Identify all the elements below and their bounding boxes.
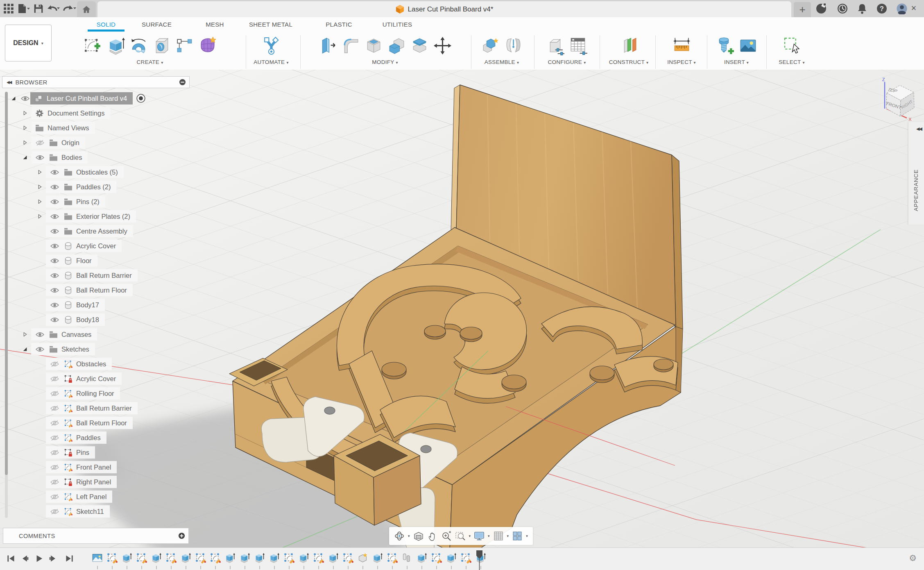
extrude-icon[interactable] xyxy=(106,36,125,55)
expander-collapsed-icon[interactable] xyxy=(34,184,46,190)
visibility-eye-off-icon[interactable] xyxy=(34,140,45,146)
tree-row[interactable]: Left Panel xyxy=(0,489,112,504)
timeline-feature-joint-icon[interactable] xyxy=(401,552,412,563)
minimize-panel-icon[interactable] xyxy=(179,79,186,86)
configuration-table-icon[interactable] xyxy=(569,36,588,55)
tree-item-label[interactable]: Paddles xyxy=(46,431,106,444)
timeline-playhead[interactable] xyxy=(476,550,483,570)
tree-item-label[interactable]: Acrylic Cover xyxy=(46,372,122,385)
tree-item-label[interactable]: Pins (2) xyxy=(46,195,105,208)
tree-item-label[interactable]: Obsticales (5) xyxy=(46,166,124,178)
profile-avatar[interactable] xyxy=(896,3,908,14)
timeline-feature-extrude-icon[interactable] xyxy=(239,552,250,563)
timeline-feature-extrude-icon[interactable] xyxy=(446,552,457,563)
tab-surface[interactable]: SURFACE xyxy=(135,19,178,30)
skip-start-icon[interactable] xyxy=(6,553,16,564)
expander-expanded-icon[interactable] xyxy=(7,95,20,101)
tree-item-label[interactable]: Floor xyxy=(46,254,97,267)
tree-row[interactable]: Floor xyxy=(0,253,97,268)
chevron-down-icon[interactable]: ▾ xyxy=(488,534,490,538)
visibility-eye-off-icon[interactable] xyxy=(49,464,60,470)
tree-item-label[interactable]: Named Views xyxy=(31,122,95,134)
tree-item-label[interactable]: Obstacles xyxy=(46,358,112,370)
timeline-feature-sketch-icon[interactable] xyxy=(387,552,398,563)
visibility-eye-icon[interactable] xyxy=(49,169,60,175)
tree-row[interactable]: Body17 xyxy=(0,297,105,312)
notifications-icon[interactable] xyxy=(856,3,868,14)
tree-item-label[interactable]: Centre Assembly xyxy=(46,225,133,237)
timeline-feature-component-icon[interactable] xyxy=(357,552,368,563)
tree-item-label[interactable]: Ball Return Floor xyxy=(46,417,133,429)
orbit-icon[interactable] xyxy=(393,530,405,542)
tree-row-root[interactable]: Laser Cut Pinball Board v4 xyxy=(0,91,146,106)
play-icon[interactable] xyxy=(34,553,44,564)
tab-plastic[interactable]: PLASTIC xyxy=(317,19,360,30)
group-menu-modify[interactable]: MODIFY ▾ xyxy=(372,59,398,65)
timeline-feature-extrude-icon[interactable] xyxy=(416,552,427,563)
tree-row[interactable]: Ball Return Barrier xyxy=(0,268,138,283)
insert-fastener-icon[interactable] xyxy=(716,36,735,55)
tree-row[interactable]: Named Views xyxy=(0,120,95,135)
step-forward-icon[interactable] xyxy=(48,553,58,564)
visibility-eye-icon[interactable] xyxy=(34,332,45,338)
press-pull-icon[interactable] xyxy=(318,36,337,55)
visibility-eye-icon[interactable] xyxy=(49,258,60,264)
visibility-eye-off-icon[interactable] xyxy=(49,420,60,426)
document-tab[interactable]: Laser Cut Pinball Board v4* xyxy=(97,1,791,17)
tree-row[interactable]: Centre Assembly xyxy=(0,224,133,238)
visibility-eye-off-icon[interactable] xyxy=(49,376,60,382)
expand-panel-icon[interactable]: ◀◀ xyxy=(916,126,922,132)
tree-row[interactable]: Sketches xyxy=(0,342,95,357)
expander-collapsed-icon[interactable] xyxy=(34,213,46,219)
tree-item-label[interactable]: Ball Return Floor xyxy=(46,284,133,296)
tree-row[interactable]: Paddles xyxy=(0,430,106,445)
tree-row[interactable]: Body18 xyxy=(0,312,105,327)
expander-collapsed-icon[interactable] xyxy=(19,110,31,116)
visibility-eye-icon[interactable] xyxy=(49,302,60,308)
tree-item-label[interactable]: Left Panel xyxy=(46,491,112,503)
timeline-feature-sketch-icon[interactable] xyxy=(431,552,442,563)
tree-row[interactable]: Acrylic Cover xyxy=(0,371,122,386)
zoom-window-icon[interactable] xyxy=(454,530,467,542)
tree-row[interactable]: Ball Return Floor xyxy=(0,416,133,430)
tree-item-label[interactable]: Paddles (2) xyxy=(46,181,116,193)
insert-image-icon[interactable] xyxy=(738,36,758,55)
tree-row[interactable]: Pins (2) xyxy=(0,194,105,209)
group-menu-inspect[interactable]: INSPECT ▾ xyxy=(667,59,696,65)
timeline-feature-sketch-icon[interactable] xyxy=(165,552,177,563)
tree-row[interactable]: Rolling Floor xyxy=(0,386,120,401)
visibility-eye-off-icon[interactable] xyxy=(49,450,60,456)
visibility-eye-icon[interactable] xyxy=(49,273,60,279)
tree-row[interactable]: Acrylic Cover xyxy=(0,238,122,253)
pattern-icon[interactable] xyxy=(175,36,194,55)
new-component-icon[interactable] xyxy=(481,36,500,55)
expander-collapsed-icon[interactable] xyxy=(19,332,31,337)
tree-item-label[interactable]: Rolling Floor xyxy=(46,387,120,400)
add-comment-icon[interactable] xyxy=(178,532,185,539)
expander-expanded-icon[interactable] xyxy=(19,346,31,352)
home-tab[interactable] xyxy=(77,1,96,17)
group-menu-insert[interactable]: INSERT ▾ xyxy=(724,59,749,65)
visibility-eye-icon[interactable] xyxy=(49,317,60,323)
tree-item-label[interactable]: Body18 xyxy=(46,313,105,326)
pan-icon[interactable] xyxy=(426,530,439,542)
tree-row[interactable]: Front Panel xyxy=(0,460,117,475)
tree-row[interactable]: Pins xyxy=(0,445,95,460)
tree-row[interactable]: Ball Return Floor xyxy=(0,283,133,297)
visibility-eye-icon[interactable] xyxy=(20,95,30,102)
group-menu-select[interactable]: SELECT ▾ xyxy=(779,59,804,65)
tab-solid[interactable]: SOLID xyxy=(88,19,125,30)
timeline-feature-sketch-icon[interactable] xyxy=(460,552,471,563)
tree-item-label[interactable]: Pins xyxy=(46,446,95,459)
timeline-feature-extrude-icon[interactable] xyxy=(269,552,280,563)
tree-item-label[interactable]: Front Panel xyxy=(46,461,117,473)
undo-icon[interactable] xyxy=(46,3,60,14)
expander-expanded-icon[interactable] xyxy=(19,154,31,160)
configure-icon[interactable] xyxy=(546,36,565,55)
chevron-down-icon[interactable]: ▾ xyxy=(507,534,509,538)
timeline-feature-sketch-icon[interactable] xyxy=(313,552,324,563)
group-menu-construct[interactable]: CONSTRUCT ▾ xyxy=(609,59,649,65)
workspace-selector[interactable]: DESIGN ▾ xyxy=(5,25,52,61)
tree-item-label[interactable]: Bodies xyxy=(31,151,88,164)
tree-row[interactable]: Ball Return Barrier xyxy=(0,401,138,416)
